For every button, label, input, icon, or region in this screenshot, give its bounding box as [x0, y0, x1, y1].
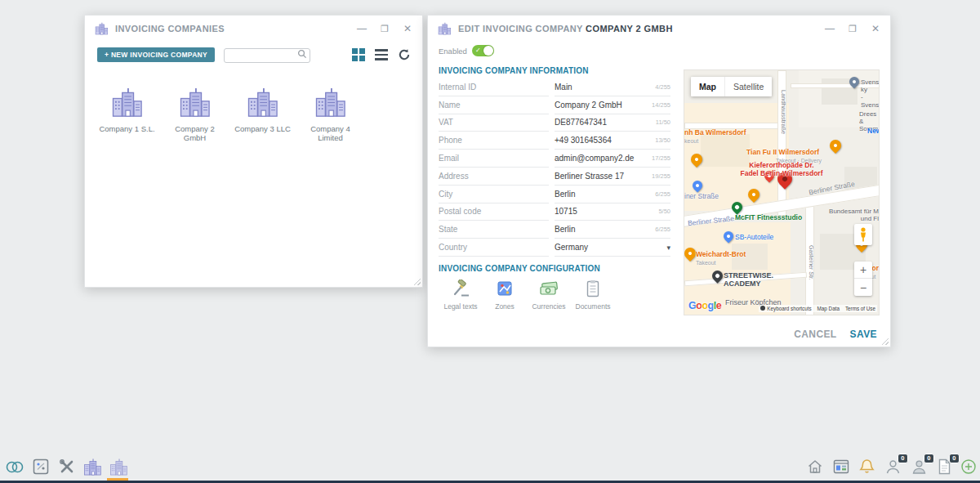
config-label: Zones [495, 302, 514, 311]
taskbar-edit-company-icon[interactable] [109, 457, 128, 476]
zoom-in-button[interactable]: + [854, 262, 872, 279]
form-field-row[interactable]: Postal code 10715 5/50 [439, 203, 670, 221]
company-item[interactable]: Company 1 S.L. [93, 87, 161, 144]
taskbar-home-icon[interactable] [805, 457, 825, 476]
taskbar-add-icon[interactable] [959, 457, 978, 476]
dialog-title: EDIT INVOICING COMPANY COMPANY 2 GMBH [458, 24, 673, 34]
resize-handle[interactable] [881, 338, 889, 345]
dialog-title-company: COMPANY 2 GMBH [586, 24, 673, 34]
company-name: Company 1 S.L. [99, 124, 154, 134]
window-titlebar[interactable]: INVOICING COMPANIES — ❐ ✕ [85, 16, 422, 42]
field-value[interactable]: DE877647341 [555, 118, 656, 127]
map-label: Tian Fu II Wilmersdorf [746, 149, 819, 157]
list-view-icon[interactable] [375, 49, 388, 60]
map-label: Weichardt-Brot [696, 251, 746, 259]
map-button[interactable]: Map [691, 77, 724, 96]
maximize-icon[interactable]: ❐ [846, 22, 859, 35]
taskbar-invoicing-companies-icon[interactable] [82, 457, 102, 476]
check-icon: ✓ [475, 45, 481, 56]
field-char-counter: 4/255 [655, 83, 670, 91]
config-item-documents[interactable]: Documents [571, 280, 615, 311]
close-icon[interactable]: ✕ [869, 22, 882, 35]
form-field-row[interactable]: State Berlin 6/255 [439, 221, 670, 239]
map-label: Bundesamt für M und Fl [813, 208, 879, 222]
form-field-row[interactable]: City Berlin 6/255 [439, 186, 670, 203]
field-char-counter: 6/255 [655, 226, 670, 233]
save-button[interactable]: SAVE [850, 329, 877, 340]
config-item-zones[interactable]: Zones [483, 280, 527, 311]
form-field-row[interactable]: Internal ID Main 4/255 [439, 78, 670, 96]
minimize-icon[interactable]: — [355, 22, 368, 35]
company-name: Company 3 LLC [234, 124, 291, 134]
taskbar-users-icon[interactable]: 0 [909, 457, 929, 476]
field-label: Name [439, 96, 549, 114]
refresh-icon[interactable] [398, 48, 411, 61]
google-logo: Google [688, 300, 721, 311]
field-value[interactable]: Berliner Strasse 17 [555, 172, 652, 181]
form-field-row[interactable]: Email admin@company2.de 17/255 [439, 150, 670, 168]
company-item[interactable]: Company 3 LLC [229, 87, 296, 144]
taskbar-tools-icon[interactable] [57, 457, 77, 476]
map-label: SB-Autoteile [735, 234, 773, 242]
config-item-currencies[interactable]: Currencies [527, 280, 571, 311]
config-item-legal-texts[interactable]: Legal texts [439, 280, 483, 311]
form-field-row[interactable]: Phone +49 301645364 13/50 [439, 132, 670, 150]
terms-of-use-link[interactable]: Terms of Use [845, 306, 875, 311]
company-item[interactable]: Company 4 Limited [296, 87, 364, 144]
window-title: INVOICING COMPANIES [115, 24, 225, 34]
zoom-out-button[interactable]: − [854, 279, 872, 296]
company-building-icon [247, 87, 279, 118]
grid-view-icon[interactable] [352, 48, 365, 61]
resize-handle[interactable] [413, 278, 421, 285]
field-label: Phone [439, 132, 549, 150]
form-field-row[interactable]: Name Company 2 GmbH 14/255 [439, 96, 670, 114]
keyboard-shortcuts-link[interactable]: Keyboard shortcuts [760, 306, 811, 311]
search-box[interactable] [224, 47, 310, 63]
company-information-form: Internal ID Main 4/255 Name Company 2 Gm… [439, 78, 670, 257]
field-value[interactable]: +49 301645364 [555, 136, 655, 145]
taskbar-browser-icon[interactable] [831, 457, 851, 476]
field-label: Postal code [439, 203, 549, 221]
zoom-control: + − [854, 262, 872, 296]
field-value[interactable]: 10715 [555, 207, 658, 216]
banknotes-icon [538, 280, 559, 297]
dialog-titlebar[interactable]: EDIT INVOICING COMPANY COMPANY 2 GMBH — … [428, 16, 890, 42]
map-label: Landhausstraße [779, 90, 786, 134]
field-value[interactable]: Berlin [555, 190, 655, 199]
enabled-label: Enabled [439, 47, 467, 56]
close-icon[interactable]: ✕ [401, 22, 414, 35]
taskbar-notifications-bell-icon[interactable] [857, 457, 876, 476]
cancel-button[interactable]: CANCEL [794, 329, 836, 340]
form-field-row[interactable]: VAT DE877647341 11/50 [439, 114, 670, 132]
company-item[interactable]: Company 2 GmbH [161, 87, 229, 144]
field-label: Internal ID [439, 78, 549, 96]
search-icon [297, 49, 307, 59]
field-value[interactable]: admin@company2.de [555, 154, 652, 163]
pegman-control[interactable] [854, 224, 872, 245]
satellite-button[interactable]: Satellite [724, 77, 772, 96]
map-data-link[interactable]: Map Data [817, 306, 840, 311]
form-field-row[interactable]: Address Berliner Strasse 17 19/255 [439, 168, 670, 186]
company-name: Company 2 GmbH [166, 124, 225, 144]
map-label: Newpri [867, 127, 880, 136]
users-badge: 0 [924, 454, 934, 463]
field-value[interactable]: Main [555, 83, 655, 92]
taskbar-rings-icon[interactable] [5, 457, 24, 476]
form-field-row[interactable]: Country Germany ▾ [439, 239, 670, 257]
field-value[interactable]: Company 2 GmbH [555, 101, 652, 110]
new-invoicing-company-button[interactable]: + NEW INVOICING COMPANY [97, 47, 215, 62]
taskbar-documents-icon[interactable]: 0 [934, 457, 954, 476]
edit-invoicing-company-dialog: EDIT INVOICING COMPANY COMPANY 2 GMBH — … [427, 15, 891, 347]
maximize-icon[interactable]: ❐ [378, 22, 391, 35]
taskbar-customers-icon[interactable]: 0 [883, 457, 902, 476]
company-name: Company 4 Limited [301, 124, 360, 144]
minimize-icon[interactable]: — [823, 22, 836, 35]
customers-badge: 0 [898, 454, 908, 463]
field-label: Address [439, 168, 549, 186]
google-map[interactable]: Svenska ky - Svenska...Drees & SommNewpr… [684, 69, 880, 315]
map-attribution: Keyboard shortcuts Map Data Terms of Use [759, 305, 877, 312]
enabled-toggle[interactable]: ✓ [472, 45, 494, 56]
field-value[interactable]: Berlin [555, 225, 655, 234]
field-value[interactable]: Germany [555, 243, 666, 252]
taskbar-dashboard-icon[interactable] [31, 457, 51, 476]
